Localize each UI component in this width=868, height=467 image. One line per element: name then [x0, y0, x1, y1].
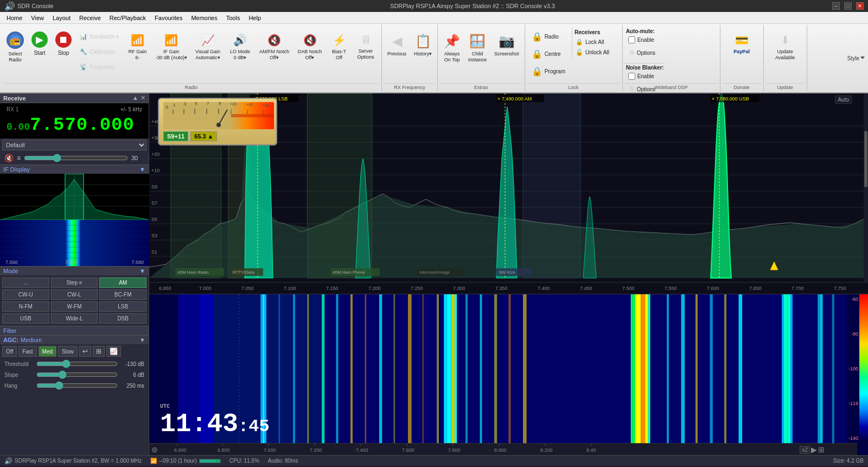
mode-dsb-button[interactable]: DSB	[99, 313, 146, 324]
mode-am-button[interactable]: AM	[99, 277, 146, 288]
menu-recplayback[interactable]: Rec/Playback	[105, 14, 150, 22]
menu-help[interactable]: Help	[244, 14, 265, 22]
style-chevron-icon	[860, 56, 865, 60]
svg-rect-170	[790, 294, 793, 455]
mode-bcfm-button[interactable]: BC-FM	[99, 289, 146, 300]
minimize-btn[interactable]: ─	[832, 2, 840, 10]
program-lock-button[interactable]: 🔒 Program	[528, 63, 569, 79]
auto-mute-options-button[interactable]: ⚙ Options	[626, 46, 658, 60]
stop-button[interactable]: ⏹ Stop	[52, 27, 75, 73]
wf-fullscreen[interactable]: ⊞	[818, 445, 825, 454]
update-button[interactable]: ⬇ UpdateAvailable	[772, 27, 798, 73]
frequency-display: RX 1 +/- 5 kHz 0.00 7.570.000	[0, 103, 149, 138]
server-options-button[interactable]: 🖥 ServerOptions	[352, 27, 379, 73]
mode-step-button[interactable]: Step ≡	[51, 277, 98, 288]
lock-all-button[interactable]: 🔒 Lock All	[573, 37, 611, 47]
history-button[interactable]: 📋 History▾	[411, 27, 435, 73]
screenshot-label: Screenshot	[494, 51, 519, 57]
window-title: SDRPlay RSP1A Airspy Super Station #2 ::…	[113, 3, 832, 9]
menu-layout[interactable]: Layout	[48, 14, 75, 22]
mode-widel-button[interactable]: Wide-L	[51, 313, 98, 324]
spectrum-scrollbar[interactable]	[864, 93, 868, 282]
svg-rect-159	[645, 294, 648, 455]
menu-receive[interactable]: Receive	[75, 14, 105, 22]
receive-close-icon[interactable]: ✕	[141, 94, 145, 102]
agc-slow-button[interactable]: Slow	[58, 346, 78, 357]
bandwidth-button[interactable]: 📊Bandwidth ▾	[77, 29, 122, 43]
amfm-notch-button[interactable]: 🔇 AM/FM NotchOff▾	[256, 27, 292, 73]
frequency-button[interactable]: 📡Frequency	[77, 60, 122, 74]
if-display-header[interactable]: IF Display ▼	[0, 165, 149, 174]
start-button[interactable]: ▶ Start	[28, 27, 51, 73]
svg-text:S5: S5	[151, 217, 157, 222]
agc-fast-button[interactable]: Fast	[18, 346, 36, 357]
agc-med-button[interactable]: Med	[39, 346, 56, 357]
agc-undo-button[interactable]: ↩	[79, 346, 91, 357]
filter-header[interactable]: Filter	[0, 326, 149, 335]
mode-dots-button[interactable]: ...	[2, 277, 49, 288]
visual-gain-button[interactable]: 📈 Visual GainAutomatic▾	[192, 27, 224, 73]
noise-blanker-enable[interactable]: Enable	[626, 72, 664, 81]
centre-lock-button[interactable]: 🔒 Centre	[528, 46, 569, 62]
rf-gain-button[interactable]: 📶 RF Gain6-	[124, 27, 151, 79]
noise-blanker-checkbox[interactable]	[628, 73, 635, 80]
always-on-top-button[interactable]: 📌 AlwaysOn Top	[440, 27, 464, 73]
menu-favourites[interactable]: Favourites	[150, 14, 187, 22]
if-gain-button[interactable]: 📶 IF Gain-30 dB (Auto)▾	[152, 27, 190, 73]
calibration-button[interactable]: 🔧Calibration	[77, 45, 122, 59]
spectrum-scrollbar-thumb[interactable]	[864, 131, 867, 187]
svg-text:1: 1	[173, 103, 176, 108]
paypal-button[interactable]: 💳 PayPal	[730, 27, 753, 73]
centre-lock-label: Centre	[545, 51, 561, 57]
mode-wfm-button[interactable]: W-FM	[51, 301, 98, 312]
hang-slider[interactable]	[36, 381, 118, 390]
mode-cwl-button[interactable]: CW-L	[51, 289, 98, 300]
menubar: Home View Layout Receive Rec/Playback Fa…	[0, 12, 868, 24]
menu-memories[interactable]: Memories	[187, 14, 221, 22]
agc-off-button[interactable]: Off	[2, 346, 17, 357]
preset-selector: Default	[0, 138, 149, 152]
wf-nav-left[interactable]: ⊚	[151, 445, 158, 454]
unlock-all-button[interactable]: 🔓 Unlock All	[573, 48, 611, 57]
close-btn[interactable]: ✕	[856, 2, 864, 10]
mode-cwu-button[interactable]: CW-U	[2, 289, 49, 300]
slope-slider[interactable]	[36, 370, 118, 379]
wf-nav-left-icon[interactable]: ⊚	[151, 445, 158, 454]
mode-collapse-icon[interactable]: ▼	[139, 268, 145, 274]
menu-home[interactable]: Home	[2, 14, 27, 22]
svg-text:7.400: 7.400	[356, 447, 368, 453]
auto-mute-enable[interactable]: Enable	[626, 35, 658, 45]
agc-chart-button[interactable]: 📈	[106, 346, 121, 357]
screenshot-button[interactable]: 📷 Screenshot	[491, 27, 522, 73]
if-display-collapse-icon[interactable]: ▼	[139, 166, 145, 173]
threshold-slider[interactable]	[36, 359, 118, 368]
wf-scroll-right[interactable]: ▶	[811, 445, 817, 454]
mode-header[interactable]: Mode ▼	[0, 267, 149, 275]
mode-section: Mode ▼ ... Step ≡ AM CW-U CW-L BC-FM N-F…	[0, 266, 149, 326]
mode-nfm-button[interactable]: N-FM	[2, 301, 49, 312]
child-instance-button[interactable]: 🪟 ChildInstance	[465, 27, 490, 73]
select-radio-button[interactable]: 📻 SelectRadio	[3, 27, 27, 73]
menu-view[interactable]: View	[27, 14, 48, 22]
bias-t-button[interactable]: ⚡ Bias-TOff	[327, 27, 351, 73]
previous-button[interactable]: ◀ Previous	[384, 27, 410, 73]
color-scale-labels: -60 -80 -100 -119 -140	[848, 294, 858, 443]
preset-dropdown[interactable]: Default	[2, 140, 146, 150]
window-controls[interactable]: ─ □ ✕	[832, 2, 864, 10]
restore-btn[interactable]: □	[844, 2, 852, 10]
svg-text:7.000: 7.000	[199, 286, 212, 291]
agc-collapse-icon[interactable]: ▼	[139, 337, 145, 343]
svg-rect-167	[782, 294, 784, 455]
receive-collapse-icon[interactable]: ▲	[132, 94, 138, 102]
radio-lock-button[interactable]: 🔒 Radio	[528, 28, 569, 45]
svg-text:+60: +60	[262, 103, 270, 108]
lo-mode-button[interactable]: 🔊 LO Mode0 dB▾	[225, 27, 255, 73]
menu-tools[interactable]: Tools	[222, 14, 245, 22]
auto-mute-checkbox[interactable]	[628, 36, 635, 43]
wf-zoom-level[interactable]: x2	[800, 446, 810, 454]
agc-auto-button[interactable]: ⊞	[93, 346, 105, 357]
volume-slider[interactable]	[24, 154, 128, 162]
mode-usb-button[interactable]: USB	[2, 313, 49, 324]
mode-lsb-button[interactable]: LSB	[99, 301, 146, 312]
dab-notch-button[interactable]: 🔇 DAB NotchOff▾	[293, 27, 326, 73]
